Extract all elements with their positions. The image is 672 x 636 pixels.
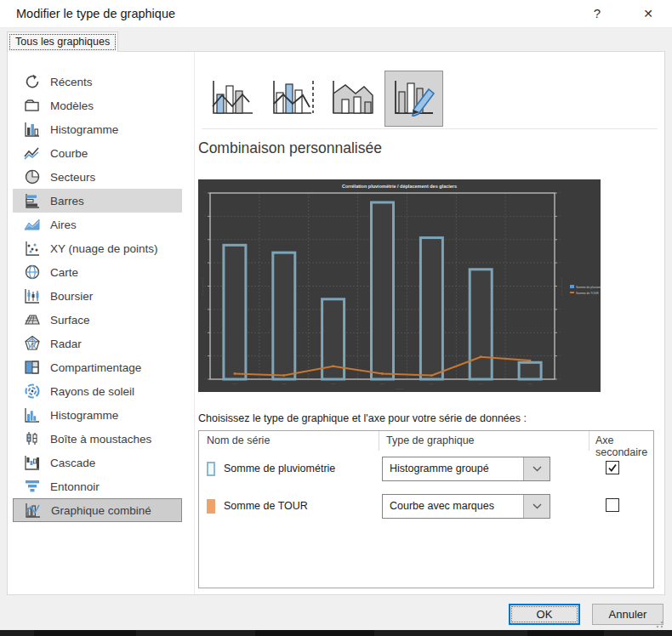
svg-text:··: ·· bbox=[559, 237, 561, 241]
svg-text:Somme de TOUR: Somme de TOUR bbox=[576, 292, 599, 295]
svg-text:····: ···· bbox=[479, 383, 483, 386]
subtype-colonne-groupee-courbe-axe-secondaire[interactable] bbox=[264, 71, 322, 127]
sidebar-item-label: Courbe bbox=[50, 147, 88, 160]
sidebar-item-bo-te-moustaches[interactable]: Boîte à moustaches bbox=[13, 427, 182, 451]
sidebar-item-mod-les[interactable]: Modèles bbox=[13, 94, 182, 117]
chevron-down-icon bbox=[532, 466, 542, 472]
subtype-combinaison-personnalisee[interactable] bbox=[384, 71, 443, 127]
chevron-down-icon bbox=[532, 503, 542, 509]
sidebar-item-secteurs[interactable]: Secteurs bbox=[13, 165, 182, 189]
radar-chart-icon bbox=[24, 335, 41, 352]
subtype-aires-empilees-colonnes-groupees[interactable] bbox=[324, 71, 383, 127]
sidebar-item-cascade[interactable]: Cascade bbox=[13, 451, 182, 474]
combo-chart-icon bbox=[25, 502, 42, 519]
svg-text:··: ·· bbox=[203, 237, 206, 241]
boxwhisker-chart-icon bbox=[24, 430, 41, 447]
series-picker-instruction: Choisissez le type de graphique et l'axe… bbox=[198, 412, 527, 424]
sidebar-item-label: Rayons de soleil bbox=[50, 385, 134, 398]
map-chart-icon bbox=[24, 264, 41, 281]
sidebar-item-label: Radar bbox=[50, 338, 82, 350]
svg-text:··················: ·················· bbox=[561, 277, 564, 297]
svg-text:··: ·· bbox=[203, 260, 206, 264]
column-chart-icon bbox=[24, 121, 41, 138]
dialog-content: RécentsModèlesHistogrammeCourbeSecteursB… bbox=[7, 51, 665, 595]
subtype-icon-row bbox=[203, 71, 443, 127]
chart-type-sidebar: RécentsModèlesHistogrammeCourbeSecteursB… bbox=[8, 52, 195, 594]
sidebar-item-carte[interactable]: Carte bbox=[13, 260, 182, 284]
series-swatch-icon bbox=[207, 499, 215, 514]
sidebar-item-label: Barres bbox=[50, 195, 84, 207]
surface-chart-icon bbox=[24, 311, 41, 328]
subtype-colonne-groupee-courbe[interactable] bbox=[203, 71, 262, 127]
series-row-2: Somme de TOUR Courbe avec marques bbox=[199, 493, 653, 519]
sidebar-item-rayons-de-soleil[interactable]: Rayons de soleil bbox=[13, 379, 182, 403]
sidebar-item-r-cents[interactable]: Récents bbox=[13, 70, 182, 94]
svg-text:··················: ·················· bbox=[202, 277, 205, 297]
tab-tous-les-graphiques[interactable]: Tous les graphiques bbox=[7, 31, 118, 52]
ok-button[interactable]: OK bbox=[509, 604, 580, 625]
series-table: Nom de série Type de graphique Axe secon… bbox=[198, 430, 654, 588]
secondary-axis-checkbox[interactable] bbox=[606, 461, 619, 474]
sidebar-item-boursier[interactable]: Boursier bbox=[13, 284, 182, 308]
svg-text:····: ···· bbox=[282, 383, 286, 386]
series-table-header: Nom de série Type de graphique Axe secon… bbox=[199, 431, 653, 451]
sidebar-item-radar[interactable]: Radar bbox=[13, 332, 182, 355]
sidebar-item-courbe[interactable]: Courbe bbox=[13, 141, 182, 165]
histogram-chart-icon bbox=[24, 406, 41, 423]
close-button[interactable]: ✕ bbox=[631, 2, 665, 26]
sidebar-item-xy-nuage-de-points-[interactable]: XY (nuage de points) bbox=[13, 236, 182, 260]
sidebar-item-label: Histogramme bbox=[50, 409, 118, 422]
chart-type-value: Courbe avec marques bbox=[390, 500, 494, 512]
help-button[interactable]: ? bbox=[580, 2, 614, 26]
chart-type-dropdown[interactable]: Courbe avec marques bbox=[382, 494, 550, 519]
sidebar-item-surface[interactable]: Surface bbox=[13, 308, 182, 332]
sidebar-item-label: Entonnoir bbox=[50, 480, 100, 493]
svg-text:··: ·· bbox=[203, 377, 206, 381]
colonne-groupee-courbe-icon bbox=[209, 77, 257, 120]
secondary-axis-checkbox[interactable] bbox=[606, 498, 619, 512]
line-chart-icon bbox=[24, 145, 41, 162]
bar-chart-icon bbox=[24, 192, 41, 209]
colonne-groupee-courbe-axe-secondaire-icon bbox=[270, 77, 317, 120]
svg-text:····: ···· bbox=[232, 383, 236, 386]
sidebar-item-aires[interactable]: Aires bbox=[13, 213, 182, 236]
recents-icon bbox=[24, 73, 41, 90]
sidebar-item-label: Histogramme bbox=[50, 123, 118, 136]
svg-text:····: ···· bbox=[331, 383, 335, 386]
chart-preview: Corrélation pluviométrie / déplacement d… bbox=[198, 179, 601, 392]
dropdown-button[interactable] bbox=[523, 457, 550, 480]
svg-text:··: ·· bbox=[559, 307, 561, 311]
section-heading: Combinaison personnalisée bbox=[198, 139, 382, 157]
dialog-title: Modifier le type de graphique bbox=[16, 7, 175, 20]
sidebar-item-histogramme[interactable]: Histogramme bbox=[13, 403, 182, 427]
chart-type-value: Histogramme groupé bbox=[390, 463, 489, 474]
sidebar-item-label: Boîte à moustaches bbox=[50, 433, 151, 446]
sidebar-item-label: Cascade bbox=[50, 457, 95, 469]
treemap-chart-icon bbox=[24, 359, 41, 376]
sidebar-item-label: XY (nuage de points) bbox=[50, 242, 158, 255]
svg-text:··: ·· bbox=[203, 307, 206, 311]
series-swatch-icon bbox=[207, 462, 215, 476]
close-icon: ✕ bbox=[643, 7, 653, 20]
sidebar-item-graphique-combin-[interactable]: Graphique combiné bbox=[13, 498, 182, 522]
sidebar-item-compartimentage[interactable]: Compartimentage bbox=[13, 355, 182, 379]
sidebar-item-histogramme[interactable]: Histogramme bbox=[13, 117, 182, 141]
dropdown-button[interactable] bbox=[523, 495, 550, 518]
ok-label: OK bbox=[537, 608, 553, 621]
chart-type-dropdown[interactable]: Histogramme groupé bbox=[382, 457, 550, 481]
svg-text:··: ·· bbox=[559, 213, 561, 218]
column-header-type-de-graphique: Type de graphique bbox=[379, 431, 589, 451]
sidebar-item-entonnoir[interactable]: Entonnoir bbox=[13, 474, 182, 498]
scatter-chart-icon bbox=[24, 240, 41, 257]
svg-text:·······: ······· bbox=[396, 388, 403, 391]
sidebar-item-barres[interactable]: Barres bbox=[13, 189, 182, 213]
svg-text:··: ·· bbox=[203, 213, 206, 218]
sidebar-item-label: Compartimentage bbox=[50, 361, 141, 374]
sidebar-item-label: Surface bbox=[50, 314, 90, 327]
stock-chart-icon bbox=[24, 287, 41, 304]
svg-text:··: ·· bbox=[559, 354, 561, 358]
cancel-label: Annuler bbox=[609, 608, 647, 621]
dialog-titlebar: Modifier le type de graphique ? ✕ bbox=[0, 0, 672, 28]
svg-text:··: ·· bbox=[559, 330, 561, 334]
svg-text:····: ···· bbox=[528, 383, 532, 386]
